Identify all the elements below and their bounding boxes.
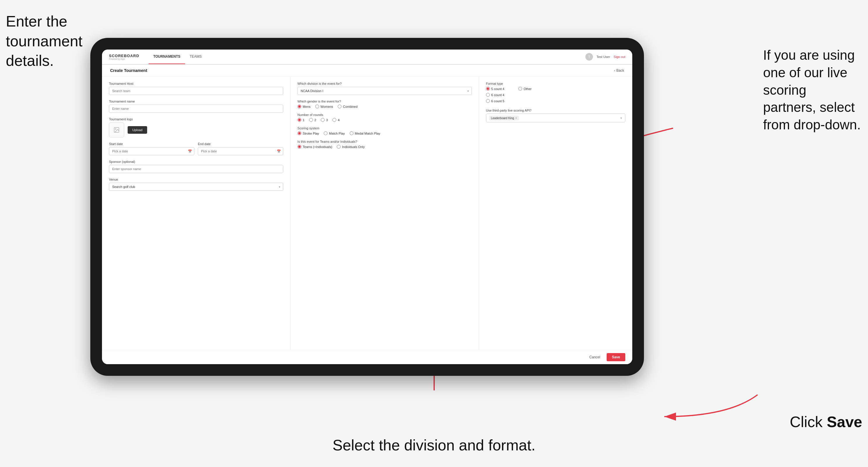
main-content: Create Tournament ‹ Back Tournament Host…	[102, 65, 632, 364]
brand: SCOREBOARD Powered by clippi	[109, 54, 139, 60]
format-row-1: 5 count 4 Other	[486, 87, 625, 91]
tournament-logo-label: Tournament logo	[109, 117, 283, 121]
format-type-options: 5 count 4 Other 6 count 4	[486, 87, 625, 103]
logo-placeholder	[109, 122, 124, 137]
tournament-host-input[interactable]	[109, 87, 283, 95]
live-scoring-group: Use third-party live scoring API? Leader…	[486, 109, 625, 122]
live-scoring-select[interactable]: Leaderboard King × ▾	[486, 114, 625, 122]
live-scoring-label: Use third-party live scoring API?	[486, 109, 625, 112]
format-type-group: Format type 5 count 4 Other	[486, 82, 625, 103]
logo-upload: Upload	[109, 122, 283, 137]
teams-label: Is this event for Teams and/or Individua…	[298, 140, 472, 143]
gender-womens[interactable]: Womens	[315, 104, 333, 108]
end-date-input[interactable]	[198, 147, 283, 155]
scoring-group: Scoring system Stroke Play Match Play	[298, 126, 472, 135]
brand-name: SCOREBOARD	[109, 54, 139, 58]
right-column: Format type 5 count 4 Other	[479, 76, 632, 350]
tab-tournaments[interactable]: TOURNAMENTS	[149, 50, 185, 64]
start-date-input[interactable]	[109, 147, 194, 155]
gender-group: Which gender is the event for? Mens Wome…	[298, 100, 472, 108]
tournament-logo-group: Tournament logo Upload	[109, 117, 283, 137]
cancel-button[interactable]: Cancel	[586, 353, 604, 361]
back-link[interactable]: ‹ Back	[614, 68, 624, 72]
teams-group: Is this event for Teams and/or Individua…	[298, 140, 472, 149]
tablet: SCOREBOARD Powered by clippi TOURNAMENTS…	[90, 38, 644, 376]
tournament-host-label: Tournament Host	[109, 82, 283, 85]
venue-select[interactable]: Search golf club	[109, 183, 283, 191]
rounds-3[interactable]: 3	[321, 118, 328, 122]
end-date-label: End date	[198, 142, 283, 146]
format-type-label: Format type	[486, 82, 625, 85]
division-select[interactable]: NCAA Division I	[298, 87, 472, 95]
user-name: Test User	[596, 55, 610, 59]
nav-tabs: TOURNAMENTS TEAMS	[149, 50, 206, 64]
format-5count4[interactable]: 5 count 4	[486, 87, 504, 91]
rounds-label: Number of rounds	[298, 113, 472, 117]
left-column: Tournament Host Tournament name Tourname…	[102, 76, 290, 350]
tournament-name-group: Tournament name	[109, 100, 283, 113]
user-avatar: T	[585, 53, 593, 61]
rounds-2[interactable]: 2	[309, 118, 316, 122]
rounds-4[interactable]: 4	[333, 118, 339, 122]
individuals-only[interactable]: Individuals Only	[337, 145, 365, 149]
division-label: Which division is the event for?	[298, 82, 472, 85]
gender-radio-group: Mens Womens Combined	[298, 104, 472, 108]
teams-plus-individuals[interactable]: Teams (+Individuals)	[298, 145, 332, 149]
format-other[interactable]: Other	[518, 87, 532, 91]
end-date-field: End date	[198, 142, 283, 155]
gender-mens[interactable]: Mens	[298, 104, 311, 108]
tournament-host-group: Tournament Host	[109, 82, 283, 95]
sponsor-group: Sponsor (optional)	[109, 160, 283, 173]
tab-teams[interactable]: TEAMS	[185, 50, 206, 64]
gender-combined[interactable]: Combined	[338, 104, 358, 108]
rounds-radio-group: 1 2 3 4	[298, 118, 472, 122]
teams-radio-group: Teams (+Individuals) Individuals Only	[298, 145, 472, 149]
rounds-group: Number of rounds 1 2	[298, 113, 472, 122]
division-group: Which division is the event for? NCAA Di…	[298, 82, 472, 95]
annotation-bottom-center: Select the division and format.	[333, 436, 535, 455]
gender-label: Which gender is the event for?	[298, 100, 472, 103]
page-title: Create Tournament	[110, 68, 147, 73]
live-scoring-tag: Leaderboard King ×	[489, 116, 519, 120]
start-date-field: Start date	[109, 142, 194, 155]
annotation-top-left: Enter the tournament details.	[6, 12, 87, 71]
form-area: Tournament Host Tournament name Tourname…	[102, 76, 632, 350]
upload-button[interactable]: Upload	[128, 126, 147, 134]
signout-link[interactable]: Sign out	[614, 55, 625, 59]
live-scoring-chevron: ▾	[620, 116, 622, 120]
tablet-screen: SCOREBOARD Powered by clippi TOURNAMENTS…	[102, 50, 632, 364]
tournament-name-label: Tournament name	[109, 100, 283, 103]
scoring-match[interactable]: Match Play	[324, 131, 345, 135]
format-6count4[interactable]: 6 count 4	[486, 93, 625, 97]
scoring-stroke[interactable]: Stroke Play	[298, 131, 319, 135]
start-date-label: Start date	[109, 142, 194, 146]
save-button[interactable]: Save	[607, 353, 625, 361]
navbar: SCOREBOARD Powered by clippi TOURNAMENTS…	[102, 50, 632, 65]
sponsor-input[interactable]	[109, 165, 283, 173]
nav-right: T Test User Sign out	[585, 53, 625, 61]
rounds-1[interactable]: 1	[298, 118, 305, 122]
annotation-bottom-right: Click Save	[789, 412, 862, 432]
annotation-top-right: If you are using one of our live scoring…	[763, 46, 862, 134]
venue-label: Venue	[109, 178, 283, 181]
tournament-name-input[interactable]	[109, 104, 283, 113]
form-footer: Cancel Save	[102, 350, 632, 364]
live-scoring-close[interactable]: ×	[515, 116, 517, 120]
format-6count5[interactable]: 6 count 5	[486, 99, 625, 103]
scoring-medal[interactable]: Medal Match Play	[350, 131, 380, 135]
venue-group: Venue Search golf club	[109, 178, 283, 191]
scoring-label: Scoring system	[298, 126, 472, 130]
scoring-radio-group: Stroke Play Match Play Medal Match Play	[298, 131, 472, 135]
svg-point-2	[115, 128, 116, 129]
brand-tagline: Powered by clippi	[109, 58, 139, 60]
dates-group: Start date End date	[109, 142, 283, 155]
middle-column: Which division is the event for? NCAA Di…	[290, 76, 479, 350]
sponsor-label: Sponsor (optional)	[109, 160, 283, 163]
page-header: Create Tournament ‹ Back	[102, 65, 632, 76]
